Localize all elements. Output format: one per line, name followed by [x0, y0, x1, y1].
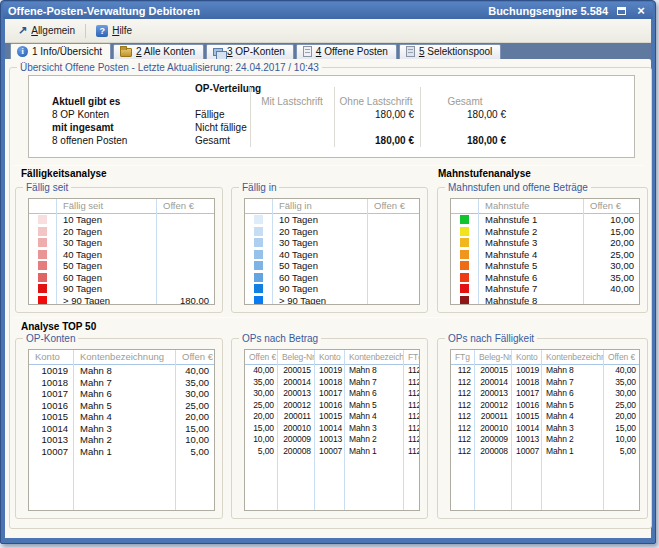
- label-cell[interactable]: Mahnstufe 1: [479, 214, 583, 226]
- beleg-cell[interactable]: 200013: [278, 388, 314, 400]
- konto-cell[interactable]: 10017: [29, 388, 73, 400]
- severity-swatch-cell[interactable]: [245, 237, 272, 249]
- offen-cell[interactable]: 180,00: [157, 295, 214, 305]
- severity-swatch-cell[interactable]: [451, 295, 478, 305]
- bez-cell[interactable]: Mahn 4: [542, 411, 603, 423]
- offen-cell[interactable]: 15,00: [604, 423, 639, 435]
- konto-cell[interactable]: 10018: [315, 377, 344, 389]
- beleg-cell[interactable]: 200009: [278, 434, 314, 446]
- ftg-cell[interactable]: 112: [451, 434, 474, 446]
- offen-cell[interactable]: [368, 237, 419, 249]
- bez-cell[interactable]: Mahn 8: [74, 365, 175, 377]
- severity-swatch-cell[interactable]: [29, 260, 56, 272]
- bez-cell[interactable]: Mahn 4: [74, 411, 175, 423]
- bez-cell[interactable]: Mahn 3: [74, 423, 175, 435]
- offen-cell[interactable]: 30,00: [176, 388, 214, 400]
- ftg-cell[interactable]: 112: [404, 411, 419, 423]
- severity-swatch-cell[interactable]: [451, 283, 478, 295]
- beleg-cell[interactable]: 200015: [475, 365, 511, 377]
- label-cell[interactable]: 10 Tagen: [273, 214, 367, 226]
- offen-cell[interactable]: 40,00: [245, 365, 277, 377]
- beleg-cell[interactable]: 200008: [475, 446, 511, 458]
- offen-cell[interactable]: [157, 249, 214, 261]
- offen-cell[interactable]: [584, 295, 639, 305]
- beleg-cell[interactable]: 200014: [278, 377, 314, 389]
- konto-cell[interactable]: 10015: [512, 411, 541, 423]
- offen-cell[interactable]: [368, 226, 419, 238]
- severity-swatch-cell[interactable]: [451, 272, 478, 284]
- offen-cell[interactable]: [368, 260, 419, 272]
- severity-swatch-cell[interactable]: [451, 249, 478, 261]
- severity-swatch-cell[interactable]: [245, 249, 272, 261]
- offen-cell[interactable]: [157, 214, 214, 226]
- severity-swatch-cell[interactable]: [29, 226, 56, 238]
- bez-cell[interactable]: Mahn 6: [74, 388, 175, 400]
- bez-cell[interactable]: Mahn 7: [74, 377, 175, 389]
- label-cell[interactable]: > 90 Tagen: [57, 295, 156, 305]
- offen-cell[interactable]: 35,00: [245, 377, 277, 389]
- bez-cell[interactable]: Mahn 2: [74, 434, 175, 446]
- bez-cell[interactable]: Mahn 2: [345, 434, 403, 446]
- label-cell[interactable]: Mahnstufe 6: [479, 272, 583, 284]
- konto-cell[interactable]: 10019: [315, 365, 344, 377]
- offen-cell[interactable]: 40,00: [176, 365, 214, 377]
- offen-cell[interactable]: 15,00: [584, 226, 639, 238]
- severity-swatch-cell[interactable]: [245, 295, 272, 305]
- offen-cell[interactable]: 25,00: [604, 400, 639, 412]
- severity-swatch-cell[interactable]: [29, 283, 56, 295]
- offen-cell[interactable]: 35,00: [604, 377, 639, 389]
- offen-cell[interactable]: 30,00: [584, 260, 639, 272]
- bez-cell[interactable]: Mahn 5: [74, 400, 175, 412]
- menu-item-allgemein[interactable]: ↗ Allgemein: [11, 23, 82, 38]
- bez-cell[interactable]: Mahn 6: [345, 388, 403, 400]
- offen-cell[interactable]: [157, 283, 214, 295]
- bez-cell[interactable]: Mahn 8: [542, 365, 603, 377]
- konto-cell[interactable]: 10018: [29, 377, 73, 389]
- label-cell[interactable]: 50 Tagen: [57, 260, 156, 272]
- ftg-cell[interactable]: 112: [404, 423, 419, 435]
- offen-cell[interactable]: 5,00: [604, 446, 639, 458]
- beleg-cell[interactable]: 200010: [475, 423, 511, 435]
- offen-cell[interactable]: 10,00: [176, 434, 214, 446]
- ftg-cell[interactable]: 112: [451, 400, 474, 412]
- konto-cell[interactable]: 10014: [315, 423, 344, 435]
- close-button[interactable]: ×: [634, 4, 648, 17]
- bez-cell[interactable]: Mahn 3: [542, 423, 603, 435]
- offen-cell[interactable]: 5,00: [245, 446, 277, 458]
- konto-cell[interactable]: 10017: [512, 388, 541, 400]
- offen-cell[interactable]: [157, 237, 214, 249]
- label-cell[interactable]: 10 Tagen: [57, 214, 156, 226]
- ftg-cell[interactable]: 112: [451, 446, 474, 458]
- offen-cell[interactable]: 20,00: [584, 237, 639, 249]
- label-cell[interactable]: 40 Tagen: [57, 249, 156, 261]
- offen-cell[interactable]: 20,00: [176, 411, 214, 423]
- label-cell[interactable]: 20 Tagen: [273, 226, 367, 238]
- offen-cell[interactable]: [368, 295, 419, 305]
- severity-swatch-cell[interactable]: [245, 226, 272, 238]
- bez-cell[interactable]: Mahn 7: [345, 377, 403, 389]
- konto-cell[interactable]: 10018: [512, 377, 541, 389]
- bez-cell[interactable]: Mahn 2: [542, 434, 603, 446]
- beleg-cell[interactable]: 200012: [278, 400, 314, 412]
- beleg-cell[interactable]: 200012: [475, 400, 511, 412]
- severity-swatch-cell[interactable]: [245, 260, 272, 272]
- offen-cell[interactable]: 30,00: [604, 388, 639, 400]
- beleg-cell[interactable]: 200011: [475, 411, 511, 423]
- label-cell[interactable]: Mahnstufe 3: [479, 237, 583, 249]
- konto-cell[interactable]: 10013: [315, 434, 344, 446]
- label-cell[interactable]: 50 Tagen: [273, 260, 367, 272]
- severity-swatch-cell[interactable]: [451, 226, 478, 238]
- label-cell[interactable]: 20 Tagen: [57, 226, 156, 238]
- konto-cell[interactable]: 10014: [29, 423, 73, 435]
- offen-cell[interactable]: 10,00: [604, 434, 639, 446]
- label-cell[interactable]: Mahnstufe 4: [479, 249, 583, 261]
- ftg-cell[interactable]: 112: [404, 388, 419, 400]
- bez-cell[interactable]: Mahn 8: [345, 365, 403, 377]
- ftg-cell[interactable]: 112: [451, 411, 474, 423]
- label-cell[interactable]: 30 Tagen: [57, 237, 156, 249]
- ftg-cell[interactable]: 112: [404, 400, 419, 412]
- konto-cell[interactable]: 10007: [29, 446, 73, 458]
- bez-cell[interactable]: Mahn 6: [542, 388, 603, 400]
- offen-cell[interactable]: [368, 214, 419, 226]
- severity-swatch-cell[interactable]: [245, 272, 272, 284]
